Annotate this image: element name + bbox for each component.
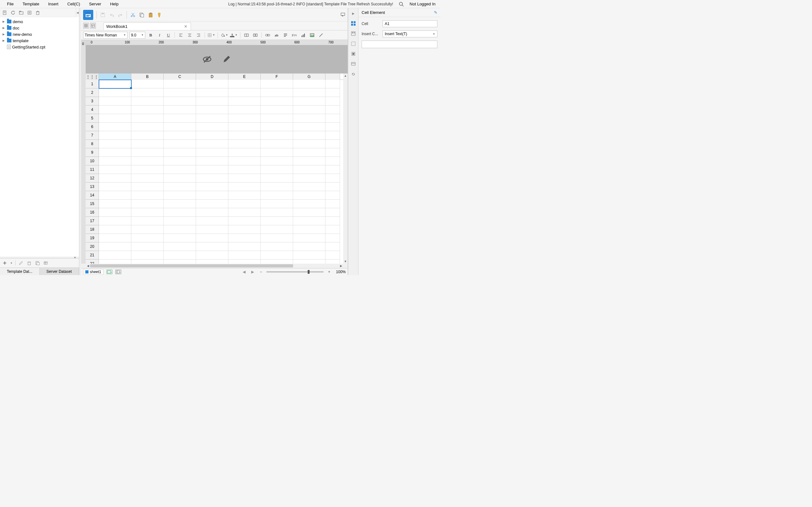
row-header[interactable]: 5 — [86, 114, 99, 123]
cell[interactable] — [293, 182, 325, 191]
cell[interactable] — [164, 97, 196, 106]
cell[interactable] — [164, 208, 196, 217]
cell[interactable] — [293, 174, 325, 182]
cell[interactable] — [99, 234, 131, 242]
cell[interactable] — [261, 157, 293, 165]
tree-file-gettingstarted[interactable]: GettingStarted.cpt — [0, 44, 79, 50]
cell[interactable] — [131, 97, 164, 106]
row-header[interactable]: 19 — [86, 234, 99, 242]
cell[interactable] — [229, 182, 261, 191]
cell[interactable] — [293, 123, 325, 131]
cell[interactable] — [99, 208, 131, 217]
slope-icon[interactable] — [317, 32, 324, 39]
cell[interactable] — [325, 123, 340, 131]
italic-button[interactable]: I — [156, 32, 163, 39]
cell[interactable] — [196, 217, 229, 225]
align-center-icon[interactable] — [186, 32, 193, 39]
cell[interactable] — [261, 148, 293, 157]
cell[interactable] — [164, 157, 196, 165]
cell[interactable] — [164, 123, 196, 131]
menu-template[interactable]: Template — [18, 0, 44, 8]
cell[interactable] — [293, 97, 325, 106]
cell[interactable] — [261, 123, 293, 131]
column-header-f[interactable]: F — [261, 73, 293, 80]
cell[interactable] — [164, 148, 196, 157]
align-left-icon[interactable] — [177, 32, 184, 39]
insert-content-select[interactable]: Insert Text(T)▼ — [383, 31, 438, 38]
cell[interactable] — [99, 165, 131, 174]
cell[interactable] — [325, 131, 340, 140]
cell[interactable] — [196, 97, 229, 106]
insert-hyperlink-icon[interactable] — [264, 32, 271, 39]
expand-attr-tab-icon[interactable] — [350, 41, 357, 47]
cell[interactable] — [293, 242, 325, 251]
cell[interactable] — [293, 140, 325, 148]
cell[interactable] — [325, 114, 340, 123]
cell[interactable] — [325, 208, 340, 217]
menu-cell[interactable]: Cell(C) — [63, 0, 84, 8]
cell[interactable] — [325, 217, 340, 225]
cell[interactable] — [99, 200, 131, 208]
cell[interactable] — [131, 123, 164, 131]
cell[interactable] — [293, 148, 325, 157]
cell[interactable] — [293, 234, 325, 242]
cell[interactable] — [229, 114, 261, 123]
cell-attr-tab-icon[interactable] — [350, 31, 357, 37]
row-header[interactable]: 6 — [86, 123, 99, 131]
cell[interactable] — [229, 208, 261, 217]
border-button[interactable]: ▼ — [207, 33, 215, 38]
cell[interactable] — [131, 208, 164, 217]
bold-button[interactable]: B — [147, 32, 154, 39]
cell[interactable] — [196, 131, 229, 140]
rename-icon[interactable] — [27, 10, 32, 15]
cell[interactable] — [196, 123, 229, 131]
cell[interactable] — [131, 191, 164, 200]
cell[interactable] — [325, 225, 340, 234]
cell[interactable] — [99, 80, 131, 89]
column-header-b[interactable]: B — [131, 73, 164, 80]
tab-server-dataset[interactable]: Server Dataset — [40, 268, 79, 275]
column-header-a[interactable]: A — [99, 73, 131, 80]
cell[interactable] — [164, 200, 196, 208]
unmerge-cells-icon[interactable] — [252, 32, 259, 39]
cell[interactable] — [164, 251, 196, 260]
cell[interactable] — [229, 200, 261, 208]
row-header[interactable]: 3 — [86, 97, 99, 106]
cell[interactable] — [261, 114, 293, 123]
collapse-left-icon[interactable]: ◀ — [76, 8, 79, 17]
cell[interactable] — [131, 114, 164, 123]
add-sheet-button[interactable]: + — [107, 270, 112, 274]
present-tab-icon[interactable] — [350, 61, 357, 67]
cell[interactable] — [164, 182, 196, 191]
cell[interactable] — [196, 80, 229, 89]
cell[interactable] — [229, 165, 261, 174]
cell[interactable] — [261, 242, 293, 251]
row-header[interactable]: 14 — [86, 191, 99, 200]
row-header[interactable]: 22 — [86, 260, 99, 264]
cell[interactable] — [99, 242, 131, 251]
cell[interactable] — [196, 106, 229, 114]
column-header-d[interactable]: D — [196, 73, 229, 80]
hyperlink-tab-icon[interactable] — [350, 71, 357, 77]
cell[interactable] — [293, 157, 325, 165]
tab-template-dataset[interactable]: Template Dat... — [0, 268, 40, 275]
expand-icon[interactable]: ▶ — [3, 20, 6, 23]
cell[interactable] — [99, 225, 131, 234]
cell[interactable] — [325, 251, 340, 260]
cell[interactable] — [229, 97, 261, 106]
cell[interactable] — [131, 251, 164, 260]
cell[interactable] — [99, 174, 131, 182]
refresh-icon[interactable] — [10, 10, 16, 15]
cell[interactable] — [325, 234, 340, 242]
edit-dataset-icon[interactable] — [18, 260, 24, 266]
cut-icon[interactable] — [130, 12, 136, 18]
font-family-select[interactable]: Times New Roman▼ — [83, 32, 128, 39]
cell[interactable] — [164, 225, 196, 234]
cell[interactable] — [164, 165, 196, 174]
cell-element-tab-icon[interactable] — [350, 20, 357, 26]
cell[interactable] — [261, 97, 293, 106]
zoom-out-button[interactable]: − — [258, 270, 263, 274]
new-file-icon[interactable] — [2, 10, 8, 15]
cell[interactable] — [131, 157, 164, 165]
cell[interactable] — [325, 182, 340, 191]
